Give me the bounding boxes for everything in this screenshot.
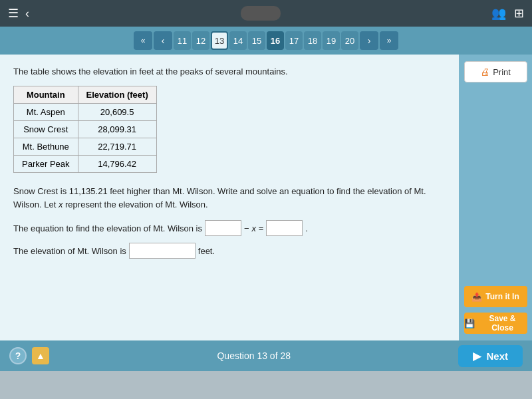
table-row: Mt. Bethune 22,719.71 <box>14 138 157 156</box>
elevation-val-2: 28,099.31 <box>78 121 156 138</box>
elevation-input[interactable] <box>129 243 196 259</box>
equation-input-2[interactable] <box>266 220 303 236</box>
top-bar: ☰ ‹ 👥 ⊞ <box>0 0 532 27</box>
turn-it-in-label: Turn it In <box>485 292 519 301</box>
nav-first-button[interactable]: « <box>134 31 152 50</box>
nav-num-19[interactable]: 19 <box>323 31 340 50</box>
below-area <box>0 371 532 399</box>
table-header-mountain: Mountain <box>14 86 78 104</box>
help-button[interactable]: ? <box>9 347 27 364</box>
question-intro: The table shows the elevation in feet at… <box>13 66 446 76</box>
table-row: Mt. Aspen 20,609.5 <box>14 104 157 121</box>
nav-next-button[interactable]: › <box>360 31 378 50</box>
nav-prev-button[interactable]: ‹ <box>154 31 172 50</box>
mountain-name-1: Mt. Aspen <box>14 104 78 121</box>
x-label: x = <box>252 223 264 233</box>
nav-num-11[interactable]: 11 <box>174 31 191 50</box>
right-sidebar: 🖨 Print 📤 Turn it In 💾 Save & Close <box>459 55 532 340</box>
bottom-left: ? ▲ <box>9 347 49 364</box>
mountain-name-3: Mt. Bethune <box>14 138 78 156</box>
nav-num-18[interactable]: 18 <box>304 31 321 50</box>
save-icon: 💾 <box>464 319 475 329</box>
elevation-line: The elevation of Mt. Wilson is feet. <box>13 243 446 259</box>
equation-line: The equation to find the elevation of Mt… <box>13 220 446 236</box>
minus-sign: − <box>244 223 249 233</box>
save-close-button[interactable]: 💾 Save & Close <box>464 313 527 334</box>
table-row: Snow Crest 28,099.31 <box>14 121 157 138</box>
next-arrow-icon: ▶ <box>473 350 481 362</box>
equation-label: The equation to find the elevation of Mt… <box>13 223 202 233</box>
next-label: Next <box>486 350 508 362</box>
people-icon[interactable]: 👥 <box>491 6 506 21</box>
equation-input-1[interactable] <box>205 220 241 236</box>
elevation-label: The elevation of Mt. Wilson is <box>13 246 126 256</box>
print-icon: 🖨 <box>480 66 489 77</box>
table-header-elevation: Elevation (feet) <box>78 86 156 104</box>
print-button[interactable]: 🖨 Print <box>464 61 527 82</box>
top-bar-right: 👥 ⊞ <box>491 6 524 21</box>
main-area: The table shows the elevation in feet at… <box>0 55 532 340</box>
warn-label: ▲ <box>36 350 45 361</box>
nav-num-15[interactable]: 15 <box>248 31 265 50</box>
nav-bar: « ‹ 11 12 13 14 15 16 17 18 19 20 › » <box>0 27 532 55</box>
next-button[interactable]: ▶ Next <box>458 345 523 367</box>
warn-button[interactable]: ▲ <box>32 347 49 364</box>
turn-it-in-button[interactable]: 📤 Turn it In <box>464 286 527 307</box>
save-close-label: Save & Close <box>478 314 527 332</box>
hamburger-icon[interactable]: ☰ <box>8 6 19 21</box>
help-label: ? <box>15 350 21 361</box>
print-label: Print <box>493 67 511 77</box>
elevation-val-3: 22,719.71 <box>78 138 156 156</box>
mountain-name-4: Parker Peak <box>14 156 78 173</box>
table-row: Parker Peak 14,796.42 <box>14 156 157 173</box>
mountain-table: Mountain Elevation (feet) Mt. Aspen 20,6… <box>13 86 157 173</box>
elevation-val-1: 20,609.5 <box>78 104 156 121</box>
nav-num-14[interactable]: 14 <box>229 31 247 50</box>
question-counter: Question 13 of 28 <box>217 350 291 361</box>
nav-num-17[interactable]: 17 <box>285 31 303 50</box>
nav-num-16[interactable]: 16 <box>267 31 284 50</box>
bottom-bar: ? ▲ Question 13 of 28 ▶ Next <box>0 340 532 371</box>
nav-last-button[interactable]: » <box>380 31 398 50</box>
dot-label: . <box>305 223 308 233</box>
nav-num-12[interactable]: 12 <box>192 31 209 50</box>
elevation-val-4: 14,796.42 <box>78 156 156 173</box>
problem-text: Snow Crest is 11,135.21 feet higher than… <box>13 185 446 211</box>
top-bar-center <box>29 6 491 21</box>
question-panel: The table shows the elevation in feet at… <box>0 55 459 340</box>
elevation-suffix: feet. <box>198 246 215 256</box>
nav-num-20[interactable]: 20 <box>341 31 358 50</box>
turnin-icon: 📤 <box>471 292 482 302</box>
top-bar-left: ☰ ‹ <box>8 6 29 21</box>
mountain-name-2: Snow Crest <box>14 121 78 138</box>
avatar <box>241 6 281 21</box>
grid-icon[interactable]: ⊞ <box>514 6 524 21</box>
nav-num-13[interactable]: 13 <box>211 31 228 50</box>
